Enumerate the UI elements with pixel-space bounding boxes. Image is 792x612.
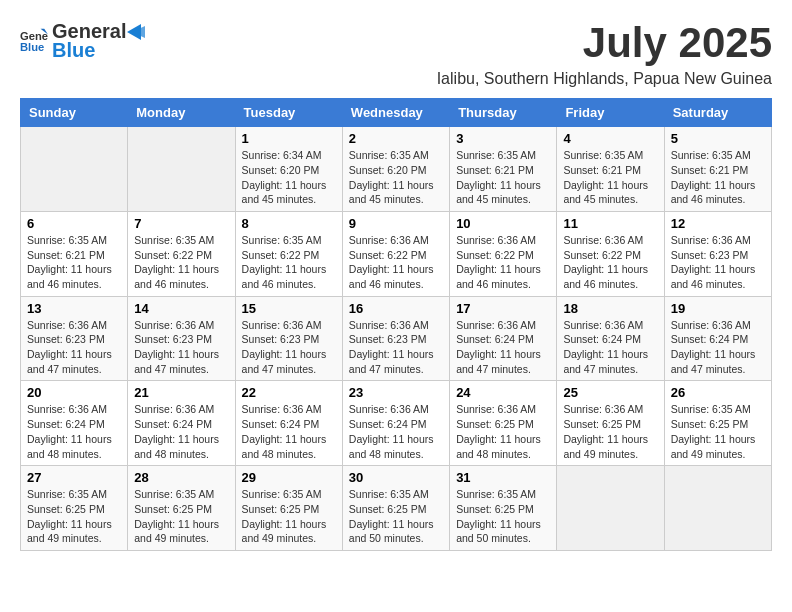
day-info: Sunrise: 6:36 AM Sunset: 6:22 PM Dayligh… [456,233,550,292]
calendar-cell: 6Sunrise: 6:35 AM Sunset: 6:21 PM Daylig… [21,211,128,296]
day-number: 2 [349,131,443,146]
calendar-cell: 17Sunrise: 6:36 AM Sunset: 6:24 PM Dayli… [450,296,557,381]
day-number: 5 [671,131,765,146]
day-number: 11 [563,216,657,231]
day-number: 20 [27,385,121,400]
day-number: 8 [242,216,336,231]
calendar-cell [664,466,771,551]
day-number: 18 [563,301,657,316]
logo: General Blue General Blue [20,20,146,62]
calendar-week-row: 13Sunrise: 6:36 AM Sunset: 6:23 PM Dayli… [21,296,772,381]
day-number: 9 [349,216,443,231]
day-info: Sunrise: 6:36 AM Sunset: 6:23 PM Dayligh… [349,318,443,377]
calendar-cell: 3Sunrise: 6:35 AM Sunset: 6:21 PM Daylig… [450,127,557,212]
calendar-week-row: 20Sunrise: 6:36 AM Sunset: 6:24 PM Dayli… [21,381,772,466]
weekday-header-row: SundayMondayTuesdayWednesdayThursdayFrid… [21,99,772,127]
day-info: Sunrise: 6:35 AM Sunset: 6:25 PM Dayligh… [27,487,121,546]
day-number: 26 [671,385,765,400]
subtitle: Ialibu, Southern Highlands, Papua New Gu… [437,70,772,88]
day-info: Sunrise: 6:36 AM Sunset: 6:24 PM Dayligh… [242,402,336,461]
day-number: 1 [242,131,336,146]
calendar-cell: 1Sunrise: 6:34 AM Sunset: 6:20 PM Daylig… [235,127,342,212]
day-info: Sunrise: 6:36 AM Sunset: 6:24 PM Dayligh… [349,402,443,461]
day-number: 17 [456,301,550,316]
day-info: Sunrise: 6:35 AM Sunset: 6:21 PM Dayligh… [671,148,765,207]
day-number: 6 [27,216,121,231]
calendar-cell: 16Sunrise: 6:36 AM Sunset: 6:23 PM Dayli… [342,296,449,381]
day-info: Sunrise: 6:36 AM Sunset: 6:24 PM Dayligh… [27,402,121,461]
day-info: Sunrise: 6:36 AM Sunset: 6:25 PM Dayligh… [563,402,657,461]
calendar-cell: 21Sunrise: 6:36 AM Sunset: 6:24 PM Dayli… [128,381,235,466]
calendar-cell: 19Sunrise: 6:36 AM Sunset: 6:24 PM Dayli… [664,296,771,381]
day-number: 23 [349,385,443,400]
svg-text:Blue: Blue [20,41,44,53]
day-number: 14 [134,301,228,316]
calendar-cell: 20Sunrise: 6:36 AM Sunset: 6:24 PM Dayli… [21,381,128,466]
calendar-cell: 29Sunrise: 6:35 AM Sunset: 6:25 PM Dayli… [235,466,342,551]
calendar-cell [128,127,235,212]
main-title: July 2025 [437,20,772,66]
day-info: Sunrise: 6:36 AM Sunset: 6:24 PM Dayligh… [563,318,657,377]
calendar-cell: 13Sunrise: 6:36 AM Sunset: 6:23 PM Dayli… [21,296,128,381]
calendar-body: 1Sunrise: 6:34 AM Sunset: 6:20 PM Daylig… [21,127,772,551]
weekday-header-tuesday: Tuesday [235,99,342,127]
weekday-header-friday: Friday [557,99,664,127]
weekday-header-thursday: Thursday [450,99,557,127]
day-info: Sunrise: 6:35 AM Sunset: 6:25 PM Dayligh… [671,402,765,461]
weekday-header-saturday: Saturday [664,99,771,127]
day-info: Sunrise: 6:36 AM Sunset: 6:22 PM Dayligh… [563,233,657,292]
day-number: 10 [456,216,550,231]
weekday-header-wednesday: Wednesday [342,99,449,127]
svg-text:General: General [20,30,48,42]
calendar-cell: 23Sunrise: 6:36 AM Sunset: 6:24 PM Dayli… [342,381,449,466]
day-number: 22 [242,385,336,400]
calendar-cell: 18Sunrise: 6:36 AM Sunset: 6:24 PM Dayli… [557,296,664,381]
calendar-cell: 15Sunrise: 6:36 AM Sunset: 6:23 PM Dayli… [235,296,342,381]
day-info: Sunrise: 6:36 AM Sunset: 6:25 PM Dayligh… [456,402,550,461]
calendar-cell: 8Sunrise: 6:35 AM Sunset: 6:22 PM Daylig… [235,211,342,296]
weekday-header-sunday: Sunday [21,99,128,127]
day-info: Sunrise: 6:35 AM Sunset: 6:22 PM Dayligh… [242,233,336,292]
day-number: 7 [134,216,228,231]
day-number: 30 [349,470,443,485]
day-info: Sunrise: 6:35 AM Sunset: 6:25 PM Dayligh… [242,487,336,546]
calendar-cell: 5Sunrise: 6:35 AM Sunset: 6:21 PM Daylig… [664,127,771,212]
day-number: 16 [349,301,443,316]
day-number: 15 [242,301,336,316]
calendar-cell: 2Sunrise: 6:35 AM Sunset: 6:20 PM Daylig… [342,127,449,212]
day-number: 13 [27,301,121,316]
calendar-cell: 27Sunrise: 6:35 AM Sunset: 6:25 PM Dayli… [21,466,128,551]
calendar-cell: 24Sunrise: 6:36 AM Sunset: 6:25 PM Dayli… [450,381,557,466]
logo-arrow-icon [127,24,145,40]
day-number: 28 [134,470,228,485]
day-info: Sunrise: 6:36 AM Sunset: 6:23 PM Dayligh… [134,318,228,377]
day-info: Sunrise: 6:35 AM Sunset: 6:22 PM Dayligh… [134,233,228,292]
day-info: Sunrise: 6:34 AM Sunset: 6:20 PM Dayligh… [242,148,336,207]
calendar-cell: 22Sunrise: 6:36 AM Sunset: 6:24 PM Dayli… [235,381,342,466]
day-info: Sunrise: 6:36 AM Sunset: 6:24 PM Dayligh… [134,402,228,461]
weekday-header-monday: Monday [128,99,235,127]
calendar-cell [21,127,128,212]
day-number: 27 [27,470,121,485]
page-header: General Blue General Blue July 2025 Iali… [20,20,772,88]
day-number: 4 [563,131,657,146]
day-info: Sunrise: 6:36 AM Sunset: 6:23 PM Dayligh… [27,318,121,377]
calendar-week-row: 1Sunrise: 6:34 AM Sunset: 6:20 PM Daylig… [21,127,772,212]
day-number: 31 [456,470,550,485]
day-info: Sunrise: 6:35 AM Sunset: 6:25 PM Dayligh… [456,487,550,546]
calendar-table: SundayMondayTuesdayWednesdayThursdayFrid… [20,98,772,551]
day-info: Sunrise: 6:36 AM Sunset: 6:22 PM Dayligh… [349,233,443,292]
title-section: July 2025 Ialibu, Southern Highlands, Pa… [437,20,772,88]
day-number: 29 [242,470,336,485]
day-number: 19 [671,301,765,316]
calendar-cell: 30Sunrise: 6:35 AM Sunset: 6:25 PM Dayli… [342,466,449,551]
day-number: 24 [456,385,550,400]
day-number: 25 [563,385,657,400]
day-info: Sunrise: 6:36 AM Sunset: 6:23 PM Dayligh… [242,318,336,377]
calendar-cell: 10Sunrise: 6:36 AM Sunset: 6:22 PM Dayli… [450,211,557,296]
day-info: Sunrise: 6:35 AM Sunset: 6:25 PM Dayligh… [349,487,443,546]
day-info: Sunrise: 6:36 AM Sunset: 6:24 PM Dayligh… [671,318,765,377]
day-info: Sunrise: 6:36 AM Sunset: 6:24 PM Dayligh… [456,318,550,377]
calendar-cell: 7Sunrise: 6:35 AM Sunset: 6:22 PM Daylig… [128,211,235,296]
calendar-week-row: 6Sunrise: 6:35 AM Sunset: 6:21 PM Daylig… [21,211,772,296]
